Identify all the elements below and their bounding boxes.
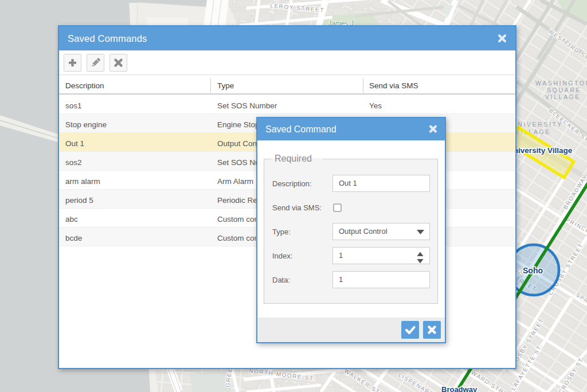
svg-text:Soho: Soho [523, 266, 543, 275]
svg-text:SQUARE: SQUARE [547, 87, 581, 93]
svg-text:Broadway: Broadway [441, 385, 478, 392]
svg-text:WASHINGTON: WASHINGTON [535, 80, 587, 87]
svg-text:VILLAGE: VILLAGE [545, 93, 581, 100]
svg-text:University Village: University Village [508, 146, 573, 155]
